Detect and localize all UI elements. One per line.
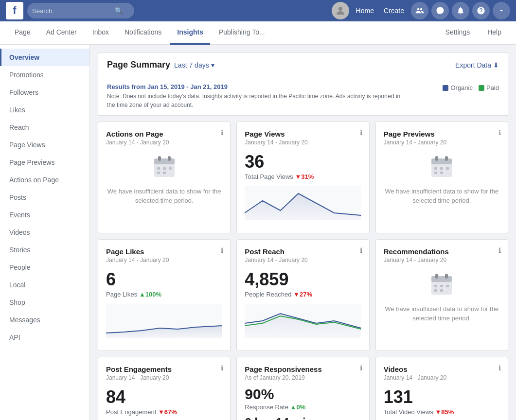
sidebar-item-messages[interactable]: Messages bbox=[0, 311, 89, 329]
page-summary-header: Page Summary Last 7 days ▾ Export Data ⬇ bbox=[98, 52, 508, 77]
info-note: Note: Does not include today's data. Ins… bbox=[107, 92, 401, 109]
tab-page[interactable]: Page bbox=[8, 21, 37, 45]
card-date: January 14 - January 20 bbox=[245, 257, 361, 263]
summary-title-group: Page Summary Last 7 days ▾ bbox=[107, 60, 214, 70]
tab-help[interactable]: Help bbox=[480, 21, 508, 45]
card-title: Page Responsiveness bbox=[245, 365, 361, 373]
search-input[interactable] bbox=[32, 7, 115, 15]
export-button[interactable]: Export Data ⬇ bbox=[455, 61, 499, 69]
svg-rect-5 bbox=[157, 167, 160, 170]
card-title: Post Reach bbox=[245, 247, 361, 256]
date-filter[interactable]: Last 7 days ▾ bbox=[174, 61, 214, 69]
sidebar-item-page-views[interactable]: Page Views bbox=[0, 136, 89, 154]
svg-marker-21 bbox=[245, 314, 361, 338]
card-title: Recommendations bbox=[384, 247, 500, 256]
card-title: Page Likes bbox=[106, 247, 222, 256]
info-icon[interactable]: ℹ bbox=[360, 364, 362, 372]
download-icon: ⬇ bbox=[493, 61, 499, 69]
info-icon[interactable]: ℹ bbox=[360, 246, 362, 254]
dropdown-icon-btn[interactable] bbox=[493, 2, 510, 19]
create-nav-link[interactable]: Create bbox=[380, 4, 408, 18]
top-nav: f 🔍 Home Create bbox=[0, 0, 516, 21]
content-area: Page Summary Last 7 days ▾ Export Data ⬇… bbox=[90, 45, 516, 420]
svg-rect-4 bbox=[168, 156, 171, 161]
bell-icon-btn[interactable] bbox=[452, 2, 469, 19]
card-recommendations: Recommendations January 14 - January 20 … bbox=[375, 239, 508, 351]
avatar bbox=[332, 2, 349, 19]
info-icon[interactable]: ℹ bbox=[360, 129, 362, 137]
card-date: As of January 20, 2019 bbox=[245, 374, 361, 381]
sidebar-item-stories[interactable]: Stories bbox=[0, 241, 89, 259]
card-sub: Page Likes ▲100% bbox=[106, 291, 222, 298]
svg-rect-7 bbox=[169, 167, 172, 170]
card-sub: Total Page Views ▼31% bbox=[245, 173, 361, 180]
search-bar[interactable]: 🔍 bbox=[27, 3, 134, 18]
svg-rect-2 bbox=[154, 158, 175, 164]
sec-nav-right: Settings Help bbox=[439, 21, 508, 45]
sidebar-item-local[interactable]: Local bbox=[0, 276, 89, 294]
sparkline bbox=[245, 304, 361, 338]
sidebar-item-events[interactable]: Events bbox=[0, 206, 89, 224]
card-sub: Total Video Views ▼85% bbox=[384, 408, 500, 416]
info-icon[interactable]: ℹ bbox=[221, 246, 223, 254]
svg-rect-3 bbox=[158, 156, 161, 161]
tab-ad-center[interactable]: Ad Center bbox=[39, 21, 84, 45]
info-icon[interactable]: ℹ bbox=[498, 246, 501, 254]
sidebar-item-page-previews[interactable]: Page Previews bbox=[0, 154, 89, 171]
card-page-likes: Page Likes January 14 - January 20 ℹ 6 P… bbox=[98, 239, 231, 351]
sparkline bbox=[245, 186, 361, 220]
sidebar-item-videos[interactable]: Videos bbox=[0, 224, 89, 241]
card-value: 4,859 bbox=[245, 269, 361, 290]
svg-rect-30 bbox=[440, 289, 443, 292]
info-banner-text: Results from Jan 15, 2019 - Jan 21, 2019… bbox=[107, 82, 401, 109]
sidebar-item-posts[interactable]: Posts bbox=[0, 189, 89, 206]
card-title: Actions on Page bbox=[106, 130, 222, 138]
card-value: 90% bbox=[245, 386, 361, 402]
svg-rect-6 bbox=[163, 167, 166, 170]
card-title: Page Views bbox=[245, 130, 361, 138]
legend-organic: Organic bbox=[443, 84, 473, 91]
card-sub: Post Engagement ▼67% bbox=[106, 408, 222, 416]
sidebar-item-reach[interactable]: Reach bbox=[0, 119, 89, 136]
svg-rect-23 bbox=[431, 276, 452, 282]
tab-publishing[interactable]: Publishing To... bbox=[212, 21, 272, 45]
info-icon[interactable]: ℹ bbox=[498, 364, 501, 372]
calendar-icon bbox=[429, 155, 454, 179]
card-post-engagements: Post Engagements January 14 - January 20… bbox=[98, 357, 231, 420]
card-title: Page Previews bbox=[384, 130, 500, 138]
info-icon[interactable]: ℹ bbox=[221, 129, 223, 137]
insufficient-msg: We have insufficient data to show for th… bbox=[106, 187, 222, 206]
sidebar-item-followers[interactable]: Followers bbox=[0, 84, 89, 101]
card-date: January 14 - January 20 bbox=[384, 374, 500, 381]
tab-inbox[interactable]: Inbox bbox=[86, 21, 116, 45]
card-page-views: Page Views January 14 - January 20 ℹ 36 … bbox=[236, 122, 369, 233]
sidebar-item-actions-on-page[interactable]: Actions on Page bbox=[0, 171, 89, 189]
messenger-icon-btn[interactable] bbox=[431, 2, 449, 19]
card-page-previews: Page Previews January 14 - January 20 ℹ … bbox=[375, 122, 508, 233]
card-date: January 14 - January 20 bbox=[384, 139, 500, 146]
svg-rect-28 bbox=[446, 285, 449, 287]
sidebar-item-people[interactable]: People bbox=[0, 259, 89, 276]
sidebar-item-promotions[interactable]: Promotions bbox=[0, 66, 89, 84]
card-value: 84 bbox=[106, 387, 222, 407]
search-icon: 🔍 bbox=[115, 7, 123, 15]
card-page-responsiveness: Page Responsiveness As of January 20, 20… bbox=[236, 357, 369, 420]
svg-marker-10 bbox=[245, 193, 361, 220]
info-icon[interactable]: ℹ bbox=[498, 129, 501, 137]
info-icon[interactable]: ℹ bbox=[221, 364, 223, 372]
tab-insights[interactable]: Insights bbox=[170, 21, 210, 45]
tab-notifications[interactable]: Notifications bbox=[118, 21, 168, 45]
sidebar-item-likes[interactable]: Likes bbox=[0, 101, 89, 119]
home-nav-link[interactable]: Home bbox=[352, 4, 378, 18]
sidebar-item-overview[interactable]: Overview bbox=[0, 49, 89, 66]
sidebar-item-api[interactable]: API bbox=[0, 329, 89, 346]
svg-rect-12 bbox=[431, 158, 452, 164]
card-post-reach: Post Reach January 14 - January 20 ℹ 4,8… bbox=[236, 239, 369, 351]
tab-settings[interactable]: Settings bbox=[439, 21, 477, 45]
nav-right: Home Create bbox=[332, 2, 510, 19]
card-value: 36 bbox=[245, 152, 361, 172]
people-icon-btn[interactable] bbox=[411, 2, 428, 19]
help-icon-btn[interactable] bbox=[472, 2, 490, 19]
card-date: January 14 - January 20 bbox=[106, 257, 222, 263]
sidebar-item-shop[interactable]: Shop bbox=[0, 294, 89, 311]
